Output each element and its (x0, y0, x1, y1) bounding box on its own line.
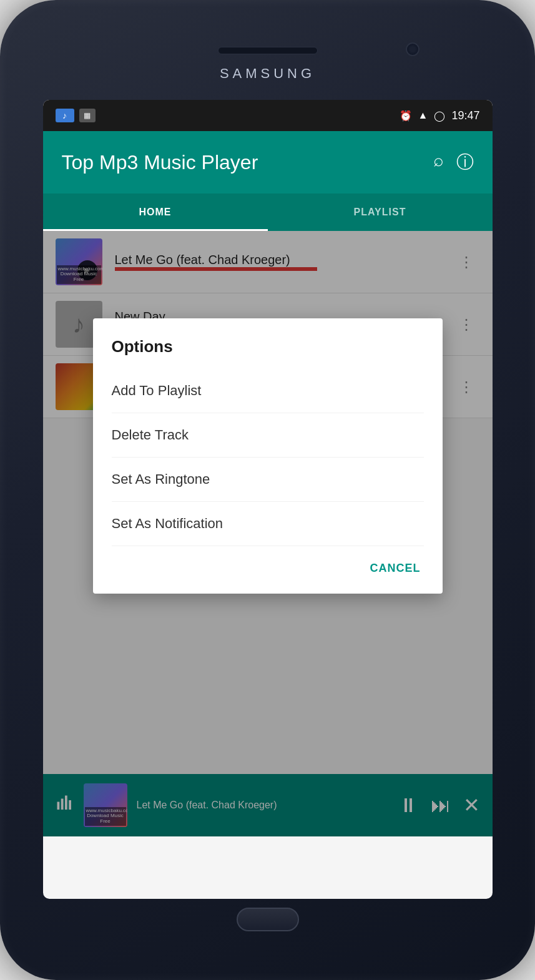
app-title: Top Mp3 Music Player (62, 151, 258, 174)
alarm-icon: ⏰ (400, 110, 412, 122)
tab-playlist[interactable]: PLAYLIST (268, 194, 493, 231)
search-icon[interactable]: ⌕ (433, 150, 444, 174)
phone-frame: SAMSUNG ♪ ▦ ⏰ ▲ ◯ 19:47 Top Mp3 Music Pl… (0, 0, 535, 980)
battery-icon: ◯ (434, 110, 445, 122)
app-header: Top Mp3 Music Player ⌕ ⓘ (43, 131, 493, 194)
home-button[interactable] (237, 908, 299, 931)
status-left-icons: ♪ ▦ (56, 109, 96, 122)
options-dialog: Options Add To Playlist Delete Track Set… (93, 318, 443, 594)
image-app-icon: ▦ (79, 109, 96, 122)
option-set-as-notification[interactable]: Set As Notification (112, 502, 424, 546)
brand-label: SAMSUNG (220, 66, 315, 82)
status-time: 19:47 (451, 109, 479, 122)
info-icon[interactable]: ⓘ (456, 150, 474, 174)
tab-home[interactable]: HOME (43, 194, 268, 231)
option-set-as-ringtone[interactable]: Set As Ringtone (112, 458, 424, 502)
cancel-button[interactable]: CANCEL (367, 556, 424, 581)
dialog-title: Options (112, 337, 424, 356)
content-area: ▶ www.musicbaku.comDownload Music Free L… (43, 231, 493, 836)
tab-bar: HOME PLAYLIST (43, 194, 493, 231)
music-app-icon: ♪ (56, 109, 74, 122)
header-icons: ⌕ ⓘ (433, 150, 474, 174)
speaker-grill (218, 47, 318, 54)
phone-screen: ♪ ▦ ⏰ ▲ ◯ 19:47 Top Mp3 Music Player ⌕ ⓘ… (43, 100, 493, 899)
status-right-area: ⏰ ▲ ◯ 19:47 (400, 109, 480, 122)
status-bar: ♪ ▦ ⏰ ▲ ◯ 19:47 (43, 100, 493, 131)
front-camera (406, 42, 420, 56)
option-add-to-playlist[interactable]: Add To Playlist (112, 369, 424, 413)
signal-icon: ▲ (418, 110, 428, 121)
option-delete-track[interactable]: Delete Track (112, 413, 424, 458)
dialog-actions: CANCEL (112, 546, 424, 581)
